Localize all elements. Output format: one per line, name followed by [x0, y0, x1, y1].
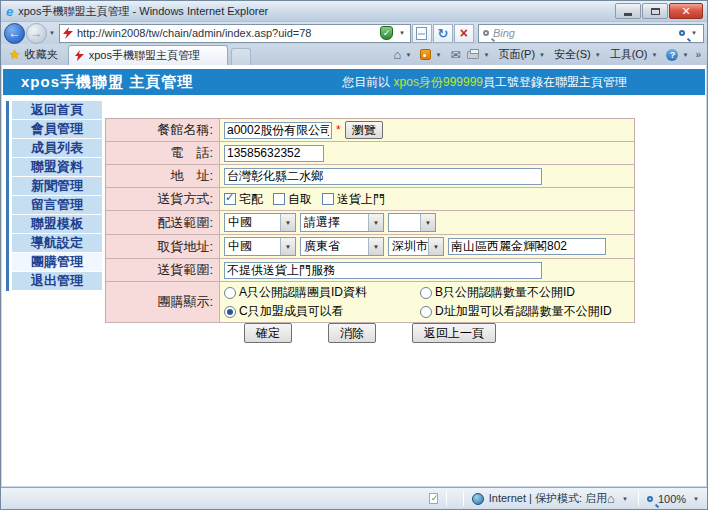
maximize-button[interactable] [642, 3, 668, 19]
zoom-dropdown-icon[interactable]: ▼ [693, 496, 699, 502]
sidebar-item-navigation[interactable]: 導航設定 [12, 234, 102, 252]
address-input[interactable] [224, 168, 542, 185]
sidebar-item-messages[interactable]: 留言管理 [12, 196, 102, 214]
restaurant-name-label: 餐館名稱: [106, 119, 220, 141]
feeds-button[interactable]: ▼ [418, 49, 445, 60]
mail-button[interactable]: ✉ [448, 48, 462, 62]
display-option-d[interactable]: D址加盟可以看認購數量不公開ID [420, 303, 612, 320]
back-button[interactable]: ← [4, 23, 25, 44]
help-button[interactable]: ?▼ [664, 49, 692, 61]
row-delivery-range: 配送範圍: 中國▼ 請選擇▼ ▼ [106, 211, 634, 235]
menu-tools[interactable]: 工具(O)▼ [608, 47, 662, 62]
browser-window: e xpos手機聯盟主頁管理 - Windows Internet Explor… [0, 0, 708, 510]
row-address: 地 址: [106, 165, 634, 188]
back-page-button[interactable]: 返回上一頁 [412, 323, 496, 343]
history-dropdown-icon[interactable]: ▼ [49, 30, 55, 36]
security-shield-icon[interactable]: ✓ [380, 26, 393, 40]
delivery-option-door[interactable]: 送貨上門 [322, 191, 385, 208]
internet-globe-icon [472, 493, 484, 505]
sidebar-item-alliance-info[interactable]: 聯盟資料 [12, 158, 102, 176]
zoom-level[interactable]: 100% [658, 493, 686, 505]
sidebar-item-news[interactable]: 新聞管理 [12, 177, 102, 195]
sidebar-item-groupbuy[interactable]: 團購管理 [12, 253, 102, 271]
stop-button[interactable]: × [454, 24, 474, 43]
command-bar: ⌂▼ ▼ ✉ ▼ 页面(P)▼ 安全(S)▼ 工具(O)▼ ?▼ » [392, 44, 703, 65]
phone-input[interactable] [224, 145, 324, 162]
display-option-b[interactable]: B只公開認購數量不公開ID [420, 284, 612, 301]
view-mode-dropdown-icon[interactable]: ▼ [622, 496, 628, 502]
view-mode-icon[interactable]: ⌂ [607, 491, 615, 506]
page-tab[interactable]: xpos手機聯盟主頁管理 [68, 45, 228, 65]
clear-button[interactable]: 消除 [328, 323, 376, 343]
chevron-down-icon: ▼ [368, 214, 383, 231]
search-dropdown-icon[interactable]: ▼ [691, 30, 697, 36]
close-button[interactable]: ✕ [669, 3, 703, 19]
pickup-address-label: 取貨地址: [106, 235, 220, 258]
print-button[interactable]: ▼ [465, 51, 493, 59]
range-province-select[interactable]: 請選擇▼ [300, 213, 384, 232]
browse-button[interactable]: 瀏覽 [345, 121, 383, 139]
sidebar-item-logout[interactable]: 退出管理 [12, 272, 102, 290]
pickup-province-select[interactable]: 廣東省▼ [300, 237, 384, 256]
sidebar-item-templates[interactable]: 聯盟模板 [12, 215, 102, 233]
zoom-magnifier-icon[interactable] [647, 496, 653, 502]
checkbox-home-delivery[interactable] [224, 193, 236, 205]
new-tab-stub[interactable] [231, 48, 251, 65]
ie-logo-icon: e [6, 4, 13, 19]
delivery-option-home[interactable]: 宅配 [224, 191, 263, 208]
printer-icon [467, 51, 479, 59]
page-status-icon [429, 493, 438, 504]
search-submit-icon[interactable] [679, 30, 685, 36]
address-bar[interactable]: http://win2008/tw/chain/admin/index.asp?… [59, 24, 411, 43]
delivery-method-label: 送貨方式: [106, 188, 220, 210]
menu-page[interactable]: 页面(P)▼ [496, 47, 549, 62]
phone-label: 電 話: [106, 142, 220, 164]
menu-security[interactable]: 安全(S)▼ [552, 47, 605, 62]
range-city-select[interactable]: ▼ [388, 213, 436, 232]
forward-button[interactable]: → [26, 23, 47, 44]
refresh-button[interactable]: ↻ [433, 24, 453, 43]
display-mode-label: 團購顯示: [106, 282, 220, 322]
home-button[interactable]: ⌂▼ [392, 47, 416, 62]
page-content: xpos手機聯盟 主頁管理 您目前以 xpos身份999999員工號登錄在聯盟主… [2, 65, 706, 486]
pickup-detail-input[interactable] [448, 238, 606, 255]
url-text[interactable]: http://win2008/tw/chain/admin/index.asp?… [77, 27, 376, 39]
pickup-city-select[interactable]: 深圳市▼ [388, 237, 444, 256]
sidebar-item-member-list[interactable]: 成員列表 [12, 139, 102, 157]
delivery-option-pickup[interactable]: 自取 [273, 191, 312, 208]
radio-option-b[interactable] [420, 287, 432, 299]
row-display-mode: 團購顯示: A只公開認購團員ID資料 B只公開認購數量不公開ID C只加盟成員可… [106, 282, 634, 323]
checkbox-door-delivery[interactable] [322, 193, 334, 205]
row-restaurant-name: 餐館名稱: * 瀏覽 [106, 119, 634, 142]
minimize-button[interactable] [615, 3, 641, 19]
row-delivery-method: 送貨方式: 宅配 自取 送貨上門 [106, 188, 634, 211]
shield-dropdown-icon[interactable]: ▼ [399, 30, 405, 36]
refresh-icon: ↻ [438, 26, 449, 41]
radio-option-d[interactable] [420, 306, 432, 318]
range-country-select[interactable]: 中國▼ [224, 213, 296, 232]
search-box[interactable]: Bing ▼ [478, 24, 704, 43]
window-title: xpos手機聯盟主頁管理 - Windows Internet Explorer [18, 4, 268, 19]
restaurant-name-input[interactable] [224, 122, 332, 139]
address-label: 地 址: [106, 165, 220, 187]
display-option-a[interactable]: A只公開認購團員ID資料 [224, 284, 420, 301]
sidebar-item-home[interactable]: 返回首頁 [12, 101, 102, 119]
compatibility-view-button[interactable] [412, 24, 432, 43]
chevron-down-icon: ▼ [280, 238, 295, 255]
chevron-down-icon: ▼ [280, 214, 295, 231]
checkbox-self-pickup[interactable] [273, 193, 285, 205]
search-input[interactable]: Bing [493, 27, 675, 39]
favorites-button[interactable]: ★ 收藏夹 [5, 44, 62, 65]
confirm-button[interactable]: 確定 [244, 323, 292, 343]
home-icon: ⌂ [394, 47, 402, 62]
favorites-label: 收藏夹 [25, 47, 58, 62]
pickup-country-select[interactable]: 中國▼ [224, 237, 296, 256]
display-option-c[interactable]: C只加盟成員可以看 [224, 303, 420, 320]
chevron-icon[interactable]: » [695, 49, 701, 60]
sidebar-item-members[interactable]: 會員管理 [12, 120, 102, 138]
row-phone: 電 話: [106, 142, 634, 165]
delivery-scope-input[interactable] [224, 262, 542, 279]
stop-icon: × [460, 26, 468, 40]
radio-option-c[interactable] [224, 306, 236, 318]
radio-option-a[interactable] [224, 287, 236, 299]
